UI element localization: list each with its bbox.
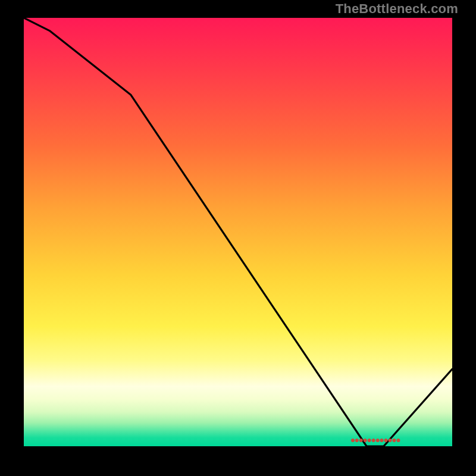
optimal-zone-marker: ●●●●●●●●●●●● <box>350 435 400 444</box>
chart-plot-area: ●●●●●●●●●●●● <box>24 18 452 446</box>
attribution-text: TheBottleneck.com <box>336 1 458 17</box>
chart-svg <box>24 18 452 446</box>
bottleneck-curve-line <box>24 18 452 446</box>
